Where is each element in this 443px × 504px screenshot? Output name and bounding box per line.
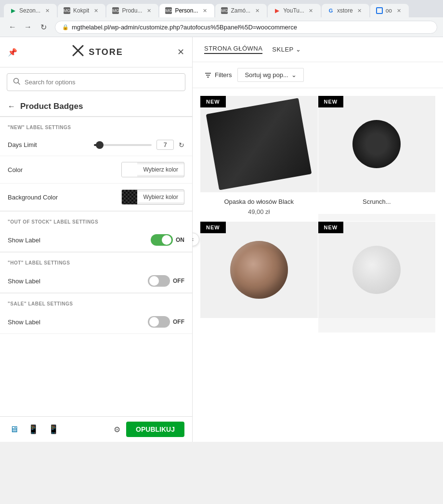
preview-area: ‹ STRONA GŁÓWNA SKLEP ⌄ Filters Sortuj w… [193, 37, 443, 442]
xstore-logo-icon [71, 44, 85, 57]
nav-buttons: ← → ↻ [6, 20, 50, 34]
pin-button[interactable]: 📌 [8, 48, 17, 57]
product-name: Scrunch... [324, 198, 430, 205]
shop-toolbar: Filters Sortuj wg pop... ⌄ [193, 62, 443, 88]
product-info: Opaska do włosów Black 49,00 zł [200, 192, 318, 221]
color-swatch-white [122, 162, 137, 177]
close-sidebar-button[interactable]: ✕ [177, 47, 184, 57]
tab-close-button[interactable]: ✕ [307, 7, 315, 14]
nav-strona-glowna[interactable]: STRONA GŁÓWNA [204, 45, 262, 54]
bg-color-row: Background Color Wybierz kolor [0, 184, 192, 211]
tablet-device-button[interactable]: 📱 [26, 422, 40, 437]
reset-button[interactable]: ↻ [179, 141, 184, 149]
color-picker-button[interactable]: Wybierz kolor [121, 162, 184, 177]
tab-youtube[interactable]: ▶ YouTu... ✕ [268, 4, 321, 17]
product-info: Scrunch... [318, 192, 436, 214]
tab-sezon[interactable]: ▶ Sezon... ✕ [4, 4, 57, 17]
address-bar[interactable]: 🔒 mgthelabel.pl/wp-admin/customize.php?a… [55, 21, 437, 34]
product-name: Opaska do włosów Black [206, 198, 312, 205]
tab-zamo[interactable]: MG Zamó... ✕ [215, 4, 267, 17]
product-card: NEW [200, 222, 318, 332]
tab-close-button[interactable]: ✕ [43, 7, 51, 14]
tab-produ[interactable]: MG Produ... ✕ [106, 4, 158, 17]
product-image [200, 222, 318, 318]
toggle-sale-wrapper: OFF [148, 316, 184, 328]
sort-select[interactable]: Sortuj wg pop... ⌄ [237, 68, 303, 82]
toggle-hot-wrapper: OFF [148, 275, 184, 287]
back-panel-button[interactable]: ← [8, 102, 15, 111]
publish-button[interactable]: OPUBLIKUJ [126, 422, 184, 437]
color-picker-label: Wybierz kolor [137, 164, 184, 175]
tab-title: Produ... [122, 7, 142, 14]
sidebar-footer: 🖥 📱 📱 ⚙ OPUBLIKUJ [0, 416, 192, 442]
tab-title: xstore [337, 7, 353, 14]
address-bar-row: ← → ↻ 🔒 mgthelabel.pl/wp-admin/customize… [0, 17, 443, 37]
desktop-device-button[interactable]: 🖥 [8, 423, 20, 437]
address-text: mgthelabel.pl/wp-admin/customize.php?aut… [72, 24, 297, 31]
lock-icon: 🔒 [62, 24, 69, 30]
days-limit-label: Days Limit [8, 141, 37, 148]
tab-title: Sezon... [19, 7, 40, 14]
tab-title: oo [386, 7, 392, 14]
mobile-device-button[interactable]: 📱 [46, 422, 61, 437]
tab-kokpit[interactable]: MG Kokpit ✕ [58, 4, 105, 17]
toggle-oos-wrapper: ON [151, 234, 184, 246]
toggle-knob [149, 276, 159, 286]
toggle-hot-text: OFF [173, 278, 184, 284]
search-bar[interactable] [7, 73, 185, 91]
toggle-knob [162, 235, 171, 245]
tab-close-button[interactable]: ✕ [145, 7, 153, 14]
tab-favicon: ▶ [274, 7, 280, 14]
chevron-down-icon: ⌄ [296, 46, 301, 53]
sidebar-header: 📌 STORE ✕ [0, 37, 192, 67]
section-sale-label: "SALE" LABEL SETTINGS [0, 293, 192, 310]
tab-xstore[interactable]: G xstore ✕ [322, 4, 369, 17]
show-label-oos-row: Show Label ON [0, 228, 192, 252]
tab-close-button[interactable]: ✕ [356, 7, 364, 14]
settings-button[interactable]: ⚙ [114, 425, 120, 434]
tab-favicon: ▶ [10, 7, 16, 14]
toggle-sale-text: OFF [173, 318, 184, 325]
tab-close-button[interactable]: ✕ [395, 7, 403, 14]
logo-area: STORE [71, 44, 123, 60]
slider-thumb[interactable] [96, 141, 104, 149]
logo-x-icon [71, 44, 85, 60]
tab-close-button[interactable]: ✕ [201, 7, 208, 14]
show-label-hot-toggle[interactable] [148, 275, 170, 287]
scrunchie-white-image [352, 246, 401, 294]
tab-person[interactable]: MG Person... ✕ [159, 4, 214, 17]
back-nav-button[interactable]: ← [6, 20, 19, 34]
forward-nav-button[interactable]: → [21, 20, 35, 34]
svg-line-2 [18, 83, 20, 85]
toggle-knob [149, 317, 159, 327]
tab-title: YouTu... [283, 7, 304, 14]
chevron-down-icon: ⌄ [291, 71, 297, 79]
search-input[interactable] [25, 79, 179, 86]
tab-oo[interactable]: oo ✕ [370, 4, 409, 17]
nav-sklep-dropdown[interactable]: SKLEP ⌄ [272, 46, 301, 53]
filters-button[interactable]: Filters [204, 71, 232, 79]
preview-nav: STRONA GŁÓWNA SKLEP ⌄ [193, 37, 443, 62]
days-limit-slider[interactable] [94, 144, 152, 146]
tab-close-button[interactable]: ✕ [253, 7, 261, 14]
product-card: NEW Scrunch... [318, 96, 436, 221]
section-hot-label: "HOT" LABEL SETTINGS [0, 252, 192, 269]
filters-icon [204, 71, 212, 79]
slider-area: 7 ↻ [94, 140, 184, 150]
reload-button[interactable]: ↻ [37, 20, 50, 34]
product-image [318, 96, 436, 192]
products-grid: NEW Opaska do włosów Black 49,00 zł NEW … [193, 88, 443, 340]
sidebar-content: "NEW" LABEL SETTINGS Days Limit 7 ↻ Colo… [0, 117, 192, 416]
main-layout: 📌 STORE ✕ ← [0, 37, 443, 442]
color-row: Color Wybierz kolor [0, 156, 192, 184]
product-image [318, 222, 436, 318]
show-label-oos-toggle[interactable] [151, 234, 173, 246]
tab-favicon: G [327, 7, 334, 14]
show-label-hot-row: Show Label OFF [0, 269, 192, 293]
tab-close-button[interactable]: ✕ [92, 7, 100, 14]
product-price: 49,00 zł [206, 208, 312, 215]
show-label-sale-toggle[interactable] [148, 316, 170, 328]
bg-color-picker-button[interactable]: Wybierz kolor [121, 189, 184, 205]
show-label-oos-label: Show Label [8, 237, 40, 244]
slider-value: 7 [156, 140, 174, 150]
